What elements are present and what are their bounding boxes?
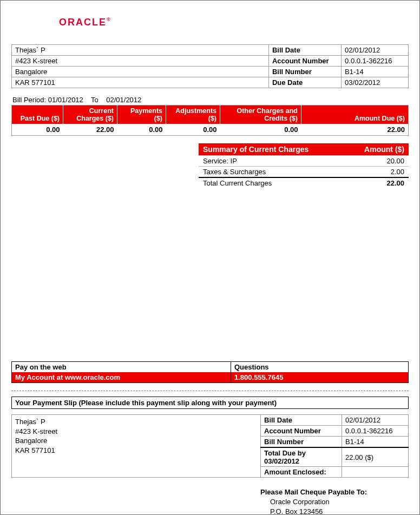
summary-row-label: Taxes & Surcharges <box>199 167 339 178</box>
td-current: 22.00 <box>63 124 117 136</box>
account-number-label: Account Number <box>268 56 341 67</box>
slip-total-due-label: Total Due by 03/02/2012 <box>261 447 342 467</box>
mail-line1: Oracle Corporation <box>260 497 409 507</box>
th-past-due: Past Due ($) <box>12 105 63 124</box>
mail-block: Please Mail Cheque Payable To: Oracle Co… <box>260 487 409 515</box>
td-payments: 0.00 <box>117 124 166 136</box>
customer-city: Bangalore <box>12 67 269 77</box>
td-adjustments: 0.00 <box>166 124 220 136</box>
td-other: 0.00 <box>220 124 301 136</box>
summary-wrap: Summary of Current Charges Amount ($) Se… <box>11 143 409 188</box>
slip-bill-date-label: Bill Date <box>261 415 342 426</box>
summary-table: Summary of Current Charges Amount ($) Se… <box>199 143 409 188</box>
summary-header-right: Amount ($) <box>339 143 409 156</box>
summary-row-amount: 20.00 <box>339 156 409 167</box>
bill-number-value: B1-14 <box>342 67 409 77</box>
invoice-page: ORACLE® Thejas` P Bill Date 02/01/2012 #… <box>0 0 420 515</box>
bill-period: Bill Period: 01/01/2012 To 02/01/2012 <box>11 96 409 104</box>
slip-total-due-value: 22.00 ($) <box>342 447 409 467</box>
bill-number-label: Bill Number <box>268 67 341 77</box>
slip-bill-number-label: Bill Number <box>261 437 342 448</box>
slip-street: #423 K-street <box>15 427 257 437</box>
slip-city: Bangalore <box>15 436 257 446</box>
pay-value: My Account at www.oracle.com <box>12 372 231 383</box>
customer-street: #423 K-street <box>12 56 269 67</box>
mail-header: Please Mail Cheque Payable To: <box>260 487 409 497</box>
summary-total-amount: 22.00 <box>339 177 409 188</box>
slip-info-table: Bill Date 02/01/2012 Account Number 0.0.… <box>260 414 409 478</box>
payment-slip-block: Thejas` P #423 K-street Bangalore KAR 57… <box>11 414 409 478</box>
pay-questions-table: Pay on the web Questions My Account at w… <box>11 361 409 383</box>
th-adjustments: Adjustments ($) <box>166 105 220 124</box>
summary-header-left: Summary of Current Charges <box>199 143 339 156</box>
summary-row-amount: 2.00 <box>339 167 409 178</box>
oracle-logo: ORACLE® <box>59 17 409 28</box>
td-past-due: 0.00 <box>12 124 63 136</box>
th-other: Other Charges and Credits ($) <box>220 105 301 124</box>
tear-line <box>11 391 409 391</box>
payment-slip-title: Your Payment Slip (Please include this p… <box>11 397 409 409</box>
pay-label: Pay on the web <box>12 362 231 373</box>
bill-date-label: Bill Date <box>268 45 341 56</box>
bill-date-value: 02/01/2012 <box>342 45 409 56</box>
th-amount-due: Amount Due ($) <box>301 105 409 124</box>
customer-name: Thejas` P <box>12 45 269 56</box>
customer-region: KAR 577101 <box>12 77 269 88</box>
invoice-content: ORACLE® Thejas` P Bill Date 02/01/2012 #… <box>1 1 419 515</box>
slip-bill-number-value: B1-14 <box>342 437 409 448</box>
th-payments: Payments ($) <box>117 105 166 124</box>
slip-account-value: 0.0.0.1-362216 <box>342 426 409 437</box>
questions-label: Questions <box>231 362 409 373</box>
td-amount-due: 22.00 <box>301 124 409 136</box>
slip-region: KAR 577101 <box>15 446 257 455</box>
slip-account-label: Account Number <box>261 426 342 437</box>
summary-total-label: Total Current Charges <box>199 177 339 188</box>
summary-row-label: Service: IP <box>199 156 339 167</box>
questions-value: 1.800.555.7645 <box>231 372 409 383</box>
charges-table: Past Due ($) Current Charges ($) Payment… <box>11 105 409 136</box>
slip-bill-date-value: 02/01/2012 <box>342 415 409 426</box>
slip-name: Thejas` P <box>15 417 257 427</box>
account-number-value: 0.0.0.1-362216 <box>342 56 409 67</box>
th-current: Current Charges ($) <box>63 105 117 124</box>
slip-address: Thejas` P #423 K-street Bangalore KAR 57… <box>11 414 260 478</box>
customer-bill-info: Thejas` P Bill Date 02/01/2012 #423 K-st… <box>11 44 409 88</box>
blank-space <box>11 188 409 361</box>
due-date-value: 03/02/2012 <box>342 77 409 88</box>
oracle-logo-text: ORACLE® <box>59 17 111 28</box>
slip-amount-enclosed-value <box>342 467 409 478</box>
slip-amount-enclosed-label: Amount Enclosed: <box>261 467 342 478</box>
due-date-label: Due Date <box>268 77 341 88</box>
mail-line2: P.O. Box 123456 <box>260 507 409 515</box>
